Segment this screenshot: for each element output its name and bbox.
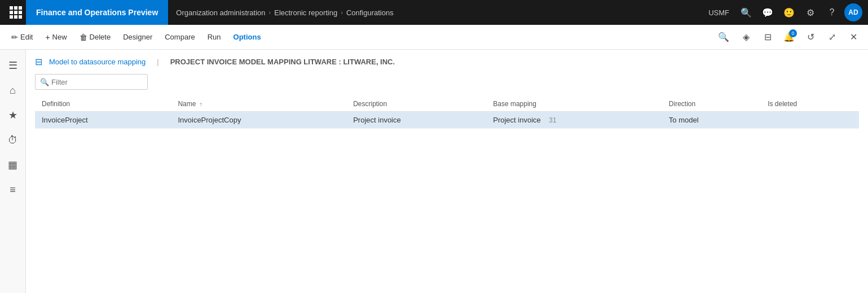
table-body: InvoiceProject InvoiceProjectCopy Projec…	[35, 112, 859, 129]
data-table: Definition Name ↑ Description Base mappi…	[35, 97, 859, 129]
compare-button[interactable]: Compare	[159, 28, 200, 46]
sidebar-item-favorites[interactable]: ★	[2, 104, 24, 126]
sidebar-item-menu[interactable]: ☰	[2, 54, 24, 77]
apps-icon	[10, 6, 22, 19]
chevron-icon-2: ›	[341, 9, 343, 16]
entity-label: USMF	[704, 8, 734, 17]
breadcrumb-org-admin[interactable]: Organization administration	[176, 8, 265, 17]
chevron-icon-1: ›	[269, 9, 271, 16]
chat-icon[interactable]: 💬	[759, 3, 777, 21]
top-navigation-bar: Finance and Operations Preview Organizat…	[0, 0, 868, 25]
main-content: ⊟ Model to datasource mapping | PROJECT …	[26, 50, 868, 293]
col-base-mapping[interactable]: Base mapping	[486, 97, 662, 112]
sidebar-item-modules[interactable]: ≡	[2, 178, 24, 201]
col-definition[interactable]: Definition	[35, 97, 171, 112]
sidebar-item-recent[interactable]: ⏱	[2, 129, 24, 151]
app-title[interactable]: Finance and Operations Preview	[26, 0, 168, 25]
col-description[interactable]: Description	[346, 97, 486, 112]
apps-grid-button[interactable]	[6, 0, 26, 25]
new-icon: +	[45, 33, 50, 42]
designer-button[interactable]: Designer	[117, 28, 158, 46]
edit-button[interactable]: ✏ Edit	[6, 28, 38, 46]
action-bar-right: 🔍 ◈ ⊟ 🔔 0 ↺ ⤢ ✕	[268, 28, 862, 46]
page-breadcrumb-title: Model to datasource mapping	[49, 58, 146, 66]
notification-badge: 0	[789, 29, 797, 37]
main-layout: ☰ ⌂ ★ ⏱ ▦ ≡ ⊟ Model to datasource mappin…	[0, 50, 868, 293]
breadcrumb: Organization administration › Electronic…	[168, 8, 401, 17]
delete-button[interactable]: 🗑 Delete	[74, 28, 117, 46]
badge-wrap: 🔔 0	[780, 28, 798, 46]
sidebar-item-home[interactable]: ⌂	[2, 79, 24, 102]
refresh-icon[interactable]: ↺	[801, 28, 819, 46]
sort-asc-icon: ↑	[200, 101, 202, 107]
col-direction[interactable]: Direction	[662, 97, 761, 112]
delete-icon: 🗑	[80, 33, 87, 42]
action-search-icon[interactable]: 🔍	[713, 29, 734, 45]
cell-description: Project invoice	[346, 112, 486, 129]
run-button[interactable]: Run	[202, 28, 227, 46]
sidebar-item-workspaces[interactable]: ▦	[2, 154, 24, 176]
help-icon[interactable]: ?	[823, 3, 841, 21]
title-separator: |	[157, 58, 158, 66]
search-topbar-icon[interactable]: 🔍	[737, 3, 755, 21]
edit-icon: ✏	[11, 33, 18, 42]
filter-input-wrap[interactable]: 🔍	[35, 74, 148, 90]
breadcrumb-electronic-reporting[interactable]: Electronic reporting	[274, 8, 337, 17]
col-name[interactable]: Name ↑	[171, 97, 346, 112]
cell-name: InvoiceProjectCopy	[171, 112, 346, 129]
col-is-deleted[interactable]: Is deleted	[761, 97, 859, 112]
diamond-icon[interactable]: ◈	[737, 28, 755, 46]
cell-definition: InvoiceProject	[35, 112, 171, 129]
smiley-icon[interactable]: 🙂	[780, 3, 798, 21]
expand-icon[interactable]: ⤢	[823, 28, 841, 46]
cell-base-mapping: Project invoice 31	[486, 112, 662, 129]
breadcrumb-configurations[interactable]: Configurations	[346, 8, 394, 17]
new-button[interactable]: + New	[39, 28, 72, 46]
page-subtitle: PROJECT INVOICE MODEL MAPPING LITWARE : …	[170, 58, 395, 66]
page-header: ⊟ Model to datasource mapping | PROJECT …	[35, 56, 859, 67]
filter-input[interactable]	[51, 78, 143, 86]
cell-is-deleted	[761, 112, 859, 129]
options-button[interactable]: Options	[228, 28, 267, 46]
close-icon[interactable]: ✕	[844, 28, 862, 46]
left-sidebar: ☰ ⌂ ★ ⏱ ▦ ≡	[0, 50, 26, 293]
top-bar-right-controls: USMF 🔍 💬 🙂 ⚙ ? AD	[704, 3, 862, 21]
filter-search-icon: 🔍	[40, 78, 49, 86]
settings-icon[interactable]: ⚙	[801, 3, 819, 21]
table-header: Definition Name ↑ Description Base mappi…	[35, 97, 859, 112]
columns-icon[interactable]: ⊟	[759, 28, 777, 46]
table-row[interactable]: InvoiceProject InvoiceProjectCopy Projec…	[35, 112, 859, 129]
action-bar: ✏ Edit + New 🗑 Delete Designer Compare R…	[0, 25, 868, 50]
user-avatar[interactable]: AD	[844, 3, 862, 21]
filter-icon[interactable]: ⊟	[35, 56, 42, 67]
filter-bar: 🔍	[35, 74, 859, 90]
cell-direction: To model	[662, 112, 761, 129]
